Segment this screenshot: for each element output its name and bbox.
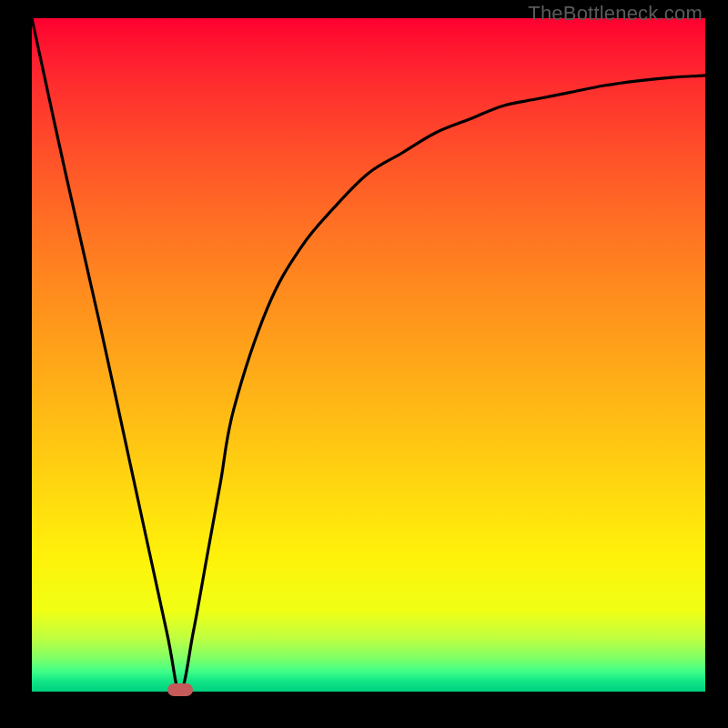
bottleneck-curve [32,18,705,692]
plot-area [32,18,705,692]
optimum-marker [167,683,193,696]
chart-stage: TheBottleneck.com [0,0,728,728]
watermark-text: TheBottleneck.com [528,2,703,25]
